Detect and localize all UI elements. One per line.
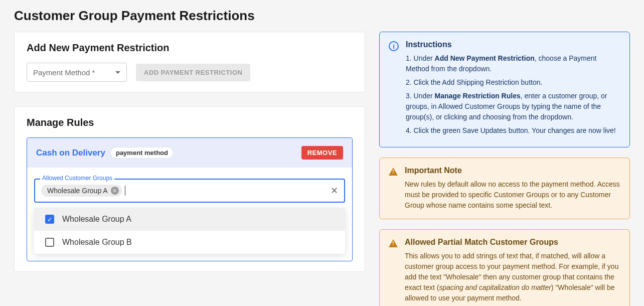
manage-rules-title: Manage Rules — [27, 117, 353, 128]
manage-rules-card: Manage Rules Cash on Delivery payment me… — [14, 106, 365, 272]
dropdown-option[interactable]: ✓ Wholesale Group A — [34, 208, 345, 231]
instructions-panel: i Instructions 1. Under Add New Payment … — [379, 32, 630, 147]
allowed-customer-groups-input[interactable]: Allowed Customer Groups Wholesale Group … — [34, 179, 345, 203]
add-restriction-card: Add New Payment Restriction Payment Meth… — [14, 32, 365, 92]
payment-method-select-label: Payment Method * — [33, 68, 95, 77]
partial-match-panel: Allowed Partial Match Customer Groups Th… — [379, 229, 630, 306]
remove-chip-icon[interactable]: ✕ — [111, 187, 119, 195]
customer-group-dropdown: ✓ Wholesale Group A Wholesale Group B — [34, 208, 345, 254]
partial-match-title: Allowed Partial Match Customer Groups — [405, 238, 620, 247]
warning-icon — [389, 168, 398, 176]
customer-group-chip-label: Wholesale Group A — [47, 187, 108, 195]
warning-icon — [389, 239, 398, 247]
dropdown-option-label: Wholesale Group A — [62, 215, 131, 224]
checkbox-icon: ✓ — [45, 215, 54, 224]
rule-type-badge: payment method — [110, 147, 174, 159]
chevron-down-icon — [115, 71, 120, 74]
payment-method-select[interactable]: Payment Method * — [27, 63, 127, 82]
clear-input-icon[interactable]: ✕ — [331, 185, 338, 196]
remove-rule-button[interactable]: Remove — [301, 146, 343, 160]
important-note-title: Important Note — [405, 166, 620, 175]
dropdown-option-label: Wholesale Group B — [62, 238, 132, 247]
checkbox-icon — [45, 238, 54, 247]
info-icon: i — [389, 41, 399, 51]
important-note-panel: Important Note New rules by default allo… — [379, 158, 630, 219]
rule-name: Cash on Delivery — [36, 148, 105, 158]
rule-panel: Cash on Delivery payment method Remove A… — [27, 137, 353, 261]
dropdown-option[interactable]: Wholesale Group B — [34, 231, 345, 254]
add-restriction-title: Add New Payment Restriction — [27, 42, 353, 54]
instructions-body: 1. Under Add New Payment Restriction, ch… — [406, 53, 620, 136]
important-note-body: New rules by default allow no access to … — [405, 179, 620, 211]
customer-group-chip: Wholesale Group A ✕ — [41, 185, 122, 197]
partial-match-body: This allows you to add strings of text t… — [405, 251, 620, 306]
rule-header: Cash on Delivery payment method Remove — [27, 138, 352, 168]
instructions-title: Instructions — [406, 40, 620, 49]
add-payment-restriction-button[interactable]: Add Payment Restriction — [136, 64, 250, 81]
page-title: Customer Group Payment Restrictions — [14, 8, 630, 24]
allowed-customer-groups-label: Allowed Customer Groups — [40, 175, 114, 182]
text-caret — [125, 186, 125, 196]
